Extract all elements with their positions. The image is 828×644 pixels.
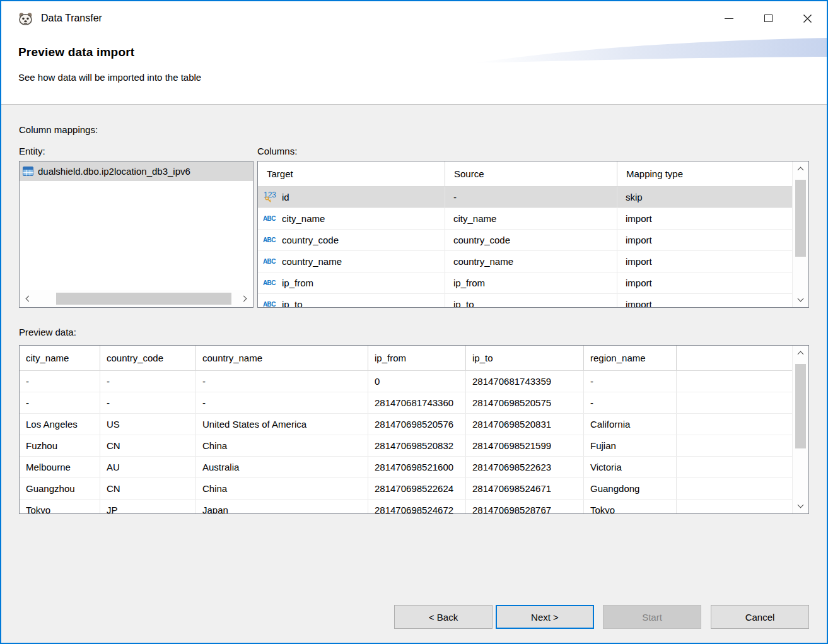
scrollbar-thumb[interactable] [56, 293, 231, 305]
scrollbar-thumb[interactable] [795, 180, 806, 257]
cell-region-name: Victoria [584, 457, 677, 477]
header-mapping-type[interactable]: Mapping type [617, 161, 792, 186]
entity-label: Entity: [19, 146, 254, 160]
scroll-down-button[interactable] [793, 499, 808, 513]
scroll-down-button[interactable] [793, 293, 808, 307]
cell-country-name: Japan [196, 500, 368, 513]
scrollbar-track[interactable] [793, 176, 808, 293]
minimize-button[interactable] [709, 1, 749, 35]
back-button[interactable]: < Back [394, 605, 493, 629]
preview-row[interactable]: - - - 0 281470681743359 - [20, 371, 792, 392]
cell-ip-to: 281470698522623 [466, 457, 584, 477]
cell-ip-from: 281470698521600 [368, 457, 466, 477]
mapping-section: Entity: [19, 146, 809, 308]
mapping-row[interactable]: 123 ABC country_name cou [258, 251, 792, 272]
page-subtitle: See how data will be imported into the t… [18, 72, 201, 83]
mapping-rows: 123 ABC id - [258, 187, 792, 307]
scrollbar-track[interactable] [36, 290, 236, 307]
cell-ip-from: 0 [368, 371, 466, 392]
cell-region-name: Fujian [584, 435, 677, 456]
preview-header-row: city_name country_code country_name ip_f… [20, 346, 792, 371]
cell-country-name: United States of America [196, 414, 368, 435]
scroll-right-button[interactable] [236, 290, 253, 307]
maximize-icon [764, 15, 773, 22]
string-type-icon: ABC [263, 237, 278, 243]
mapping-row[interactable]: 123 ABC country_code cou [258, 230, 792, 251]
cell-ip-to: 281470698521599 [466, 435, 584, 456]
preview-row[interactable]: - - - 281470681743360 281470698520575 - [20, 392, 792, 414]
header-source[interactable]: Source [445, 161, 617, 186]
mapping-target-name: ip_from [282, 278, 313, 288]
scrollbar-track[interactable] [793, 360, 808, 499]
cell-filler [677, 457, 792, 477]
column-mappings-label: Column mappings: [19, 124, 809, 138]
header-region-name[interactable]: region_name [584, 346, 677, 370]
close-button[interactable] [788, 1, 827, 35]
primary-key-icon [265, 196, 272, 203]
preview-row[interactable]: Fuzhou CN China 281470698520832 28147069… [20, 435, 792, 457]
cell-region-name: Guangdong [584, 478, 677, 499]
preview-row[interactable]: Guangzhou CN China 281470698522624 28147… [20, 478, 792, 500]
header-country-name[interactable]: country_name [196, 346, 368, 370]
cell-city-name: - [20, 392, 100, 413]
mapping-target-name: city_name [282, 213, 325, 224]
next-button[interactable]: Next > [496, 605, 594, 629]
banner-swoosh-decoration [474, 37, 827, 68]
string-type-icon: ABC [263, 215, 278, 222]
mapping-target-cell: 123 ABC country_code [258, 230, 445, 250]
maximize-button[interactable] [749, 1, 788, 35]
preview-row[interactable]: Los Angeles US United States of America … [20, 414, 792, 435]
cell-filler [677, 478, 792, 499]
header-ip-from[interactable]: ip_from [368, 346, 466, 370]
preview-row[interactable]: Tokyo JP Japan 281470698524672 281470698… [20, 500, 792, 513]
cell-city-name: - [20, 371, 100, 392]
title-bar[interactable]: Data Transfer [1, 1, 827, 35]
entity-list[interactable]: dualshield.dbo.ip2location_db3_ipv6 [19, 161, 254, 308]
string-type-icon: ABC [263, 279, 278, 286]
mapping-row[interactable]: 123 ABC ip_from ip_from [258, 272, 792, 294]
mapping-source-cell: ip_to [445, 294, 617, 307]
window-controls [709, 1, 827, 35]
cell-ip-to: 281470698524671 [466, 478, 584, 499]
cell-city-name: Fuzhou [20, 435, 100, 456]
preview-vertical-scrollbar[interactable] [792, 346, 808, 513]
cancel-button[interactable]: Cancel [711, 605, 809, 629]
chevron-right-icon [241, 296, 247, 302]
preview-data-label: Preview data: [19, 327, 809, 341]
header-filler [677, 346, 792, 370]
scroll-up-button[interactable] [793, 161, 808, 176]
cell-country-code: - [100, 392, 196, 413]
table-icon [23, 167, 33, 176]
entity-list-item[interactable]: dualshield.dbo.ip2location_db3_ipv6 [20, 161, 253, 181]
mapping-row[interactable]: 123 ABC city_name city_n [258, 208, 792, 230]
mapping-row[interactable]: 123 ABC id - [258, 187, 792, 208]
chevron-down-icon [798, 502, 804, 508]
cell-region-name: - [584, 371, 677, 392]
wizard-button-bar: < Back Next > Start Cancel [19, 605, 809, 629]
mapping-source-cell: ip_from [445, 272, 617, 293]
header-target[interactable]: Target [258, 161, 445, 186]
header-country-code[interactable]: country_code [100, 346, 196, 370]
start-button[interactable]: Start [603, 605, 701, 629]
string-type-icon: ABC [263, 301, 278, 307]
cell-ip-to: 281470698520831 [466, 414, 584, 435]
entity-panel: Entity: [19, 146, 254, 308]
preview-row[interactable]: Melbourne AU Australia 281470698521600 2… [20, 457, 792, 478]
scrollbar-thumb[interactable] [795, 364, 806, 448]
entity-name: dualshield.dbo.ip2location_db3_ipv6 [38, 166, 190, 177]
cell-city-name: Melbourne [20, 457, 100, 477]
scroll-left-button[interactable] [20, 290, 36, 307]
data-transfer-dialog: Data Transfer [0, 0, 828, 644]
header-ip-to[interactable]: ip_to [466, 346, 584, 370]
wizard-banner: Preview data import See how data will be… [1, 35, 827, 104]
cell-ip-from: 281470698522624 [368, 478, 466, 499]
cell-region-name: California [584, 414, 677, 435]
header-city-name[interactable]: city_name [20, 346, 100, 370]
scroll-up-button[interactable] [793, 346, 808, 360]
columns-vertical-scrollbar[interactable] [792, 161, 808, 307]
entity-horizontal-scrollbar[interactable] [20, 290, 253, 307]
cell-ip-to: 281470698520575 [466, 392, 584, 413]
mapping-target-name: ip_to [282, 299, 303, 307]
cell-city-name: Los Angeles [20, 414, 100, 435]
mapping-row[interactable]: 123 ABC ip_to ip_to [258, 294, 792, 307]
